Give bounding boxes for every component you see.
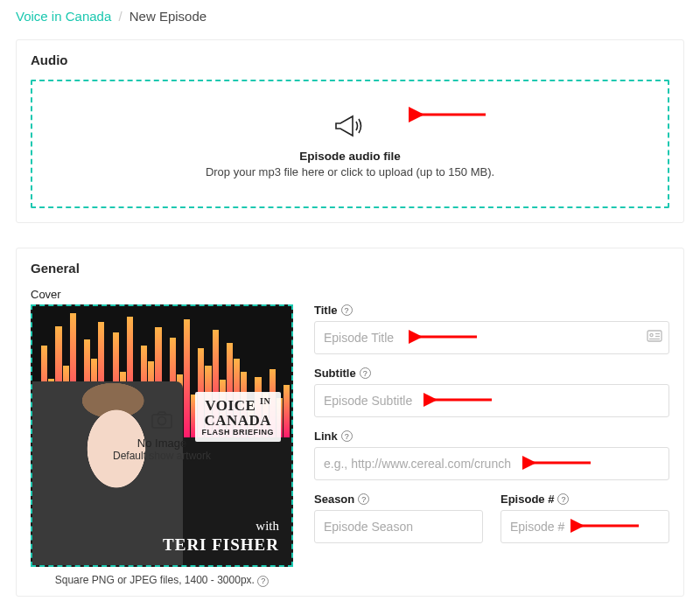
audio-dropzone[interactable]: Episode audio file Drop your mp3 file he…	[31, 80, 669, 208]
subtitle-field-group: Subtitle ?	[314, 367, 669, 417]
help-icon[interactable]: ?	[360, 367, 371, 379]
general-section: General Cover VOICE IN CANADA FLASH BRIE…	[16, 248, 684, 597]
episode-number-field-group: Episode # ?	[500, 493, 669, 543]
cover-hint: Square PNG or JPEG files, 1400 - 3000px.…	[31, 574, 293, 587]
annotation-arrow	[409, 106, 487, 123]
megaphone-icon	[333, 113, 367, 143]
link-input[interactable]	[314, 447, 669, 480]
breadcrumb-parent-link[interactable]: Voice in Canada	[16, 9, 111, 24]
link-field-group: Link ?	[314, 430, 669, 480]
audio-drop-subtitle: Drop your mp3 file here or click to uplo…	[50, 165, 650, 178]
help-icon[interactable]: ?	[557, 493, 569, 505]
title-field-group: Title ?	[314, 304, 669, 354]
audio-drop-title: Episode audio file	[50, 150, 650, 163]
link-label: Link	[314, 430, 338, 443]
general-section-title: General	[31, 261, 669, 276]
cover-dropzone[interactable]: VOICE IN CANADA FLASH BRIEFING with TERI…	[31, 304, 293, 567]
episode-number-input[interactable]	[500, 510, 669, 543]
title-label: Title	[314, 304, 338, 317]
help-icon[interactable]: ?	[358, 493, 369, 505]
svg-point-4	[650, 333, 653, 336]
cover-label: Cover	[31, 288, 293, 301]
breadcrumb-separator: /	[118, 9, 122, 24]
help-icon[interactable]: ?	[341, 304, 353, 316]
breadcrumb-current: New Episode	[130, 9, 206, 24]
season-label: Season	[314, 493, 354, 506]
season-input[interactable]	[314, 510, 483, 543]
cover-artwork-preview: VOICE IN CANADA FLASH BRIEFING with TERI…	[32, 306, 291, 565]
audio-section: Audio Episode audio file Drop your mp3 f…	[16, 39, 684, 223]
title-input[interactable]	[314, 321, 669, 354]
subtitle-input[interactable]	[314, 384, 669, 417]
season-field-group: Season ?	[314, 493, 483, 543]
breadcrumb: Voice in Canada / New Episode	[16, 9, 684, 24]
help-icon[interactable]: ?	[257, 576, 269, 587]
id-card-icon[interactable]	[647, 330, 662, 346]
audio-section-title: Audio	[31, 52, 669, 67]
subtitle-label: Subtitle	[314, 367, 356, 380]
episode-number-label: Episode #	[500, 493, 554, 506]
help-icon[interactable]: ?	[341, 430, 353, 442]
